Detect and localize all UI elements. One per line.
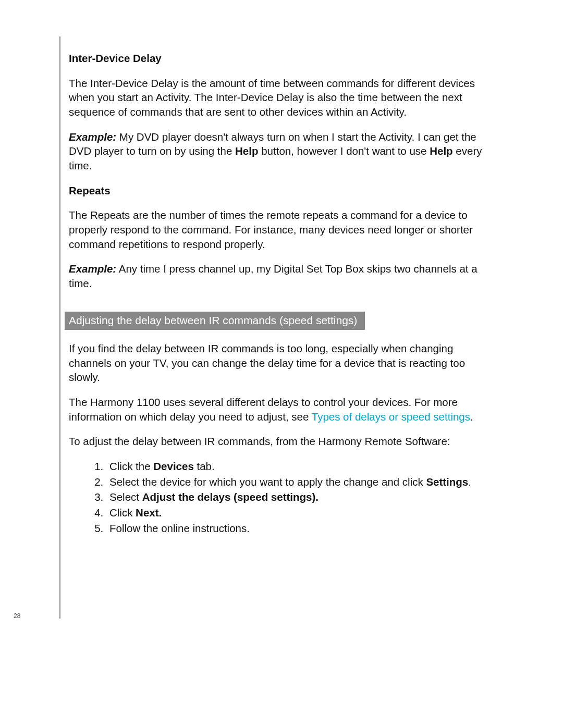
text: . (468, 476, 471, 488)
text: Click the (109, 460, 153, 472)
example-repeats: Example: Any time I press channel up, my… (69, 262, 491, 290)
step-1: Click the Devices tab. (106, 459, 491, 474)
bold-settings: Settings (426, 476, 468, 488)
page-number: 28 (14, 612, 20, 620)
page-content: Inter-Device Delay The Inter-Device Dela… (69, 51, 491, 546)
heading-inter-device-delay: Inter-Device Delay (69, 51, 491, 66)
paragraph-repeats: The Repeats are the number of times the … (69, 208, 491, 251)
text: Select (109, 491, 142, 503)
example-inter-device-delay: Example: My DVD player doesn't always tu… (69, 130, 491, 173)
paragraph-adjusting-3: To adjust the delay between IR commands,… (69, 434, 491, 449)
step-4: Click Next. (106, 505, 491, 520)
heading-repeats: Repeats (69, 183, 491, 198)
section-bar-adjusting: Adjusting the delay between IR commands … (65, 312, 365, 330)
step-5: Follow the online instructions. (106, 521, 491, 536)
text: button, however I don't want to use (259, 145, 430, 157)
bold-help-1: Help (235, 145, 258, 157)
text: tab. (194, 460, 215, 472)
vertical-rule (59, 36, 60, 619)
step-3: Select Adjust the delays (speed settings… (106, 490, 491, 504)
bold-help-2: Help (430, 145, 452, 157)
example-label: Example: (69, 131, 116, 143)
steps-list: Click the Devices tab. Select the device… (69, 459, 491, 535)
text: Select the device for which you want to … (109, 476, 426, 488)
text: Any time I press channel up, my Digital … (69, 263, 478, 289)
bold-adjust-delays: Adjust the delays (speed settings). (142, 491, 319, 503)
paragraph-adjusting-2: The Harmony 1100 uses several different … (69, 395, 491, 424)
text: . (470, 411, 473, 423)
bold-devices: Devices (153, 460, 194, 472)
paragraph-inter-device-delay: The Inter-Device Delay is the amount of … (69, 76, 491, 119)
link-types-of-delays[interactable]: Types of delays or speed settings (312, 411, 470, 423)
paragraph-adjusting-1: If you find the delay between IR command… (69, 341, 491, 385)
text: Click (109, 507, 136, 519)
bold-next: Next. (136, 507, 162, 519)
document-page: Inter-Device Delay The Inter-Device Dela… (0, 0, 563, 728)
step-2: Select the device for which you want to … (106, 475, 491, 489)
example-label: Example: (69, 263, 116, 275)
